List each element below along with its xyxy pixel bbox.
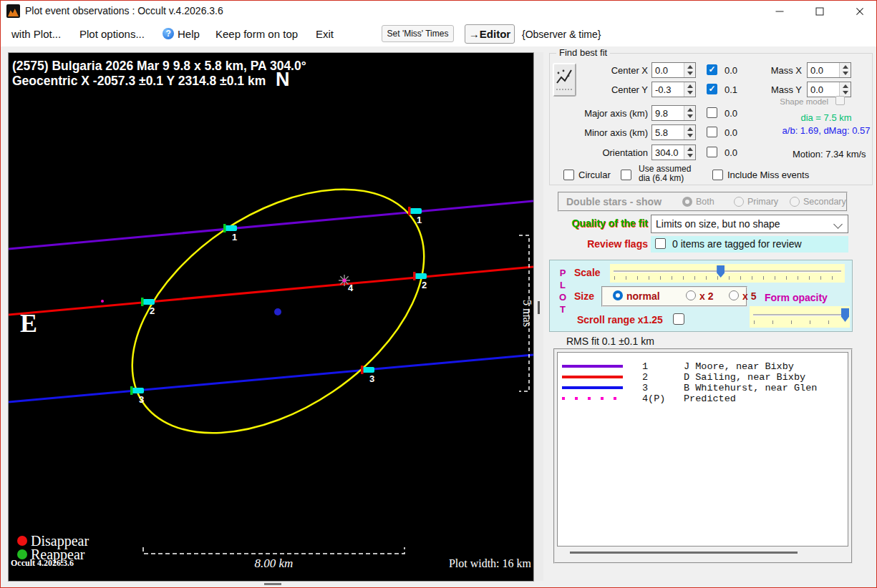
scale-slider-ticks xyxy=(614,276,840,280)
ab-dmag-text: a/b: 1.69, dMag: 0.57 xyxy=(776,125,876,136)
close-button[interactable] xyxy=(844,1,876,22)
menu-keep-on-top[interactable]: Keep form on top xyxy=(215,28,298,40)
plot-area[interactable]: 1122334(2575) Bulgaria 2026 Mar 9 9.8 x … xyxy=(8,52,534,582)
menu-with-plot[interactable]: with Plot... xyxy=(11,28,61,40)
event-marker-bar xyxy=(225,225,237,231)
plot-horizontal-scrollbar[interactable] xyxy=(8,582,533,587)
center-x-spinner[interactable] xyxy=(684,63,695,77)
opacity-slider-track xyxy=(753,314,846,316)
center-y-value: -0.3 xyxy=(655,84,671,95)
list-item[interactable]: 3 B Whitehurst, near Glen xyxy=(562,383,845,393)
include-miss-checkbox[interactable] xyxy=(712,170,723,180)
list-item[interactable]: 1 J Moore, near Bixby xyxy=(562,361,845,372)
event-marker-bar xyxy=(415,273,427,279)
orientation-fix-checkbox[interactable] xyxy=(707,147,717,157)
chord-2 xyxy=(9,267,533,315)
opacity-slider-ticks xyxy=(754,320,845,324)
reappear-tick xyxy=(223,224,226,232)
maximize-button[interactable] xyxy=(804,1,835,22)
hscroll-thumb[interactable] xyxy=(264,583,281,585)
circular-checkbox[interactable] xyxy=(563,170,574,180)
minor-axis-spinner[interactable] xyxy=(684,125,695,139)
observer-name: B Whitehurst, near Glen xyxy=(684,383,817,393)
double-stars-group: Double stars - show Both Primary Seconda… xyxy=(558,192,848,212)
event-marker-bar xyxy=(410,208,422,214)
disappear-tick xyxy=(408,207,411,215)
center-x-label: Center X xyxy=(611,65,648,76)
shape-model-label: Shape model xyxy=(780,97,828,106)
major-axis-fix-checkbox[interactable] xyxy=(707,107,717,118)
orientation-value: 304.0 xyxy=(655,147,679,158)
size-radio-group: normal x 2 x 5 xyxy=(601,286,747,307)
legend-hscroll-thumb[interactable] xyxy=(570,552,798,554)
double-stars-primary-radio xyxy=(734,197,744,207)
minor-axis-value: 5.8 xyxy=(655,127,668,138)
scale-slider-track xyxy=(614,270,841,273)
review-flags-label: Review flags xyxy=(548,238,648,250)
use-assumed-dia-checkbox[interactable] xyxy=(621,170,631,180)
mass-y-field[interactable]: 0.0 xyxy=(807,82,851,97)
center-y-field[interactable]: -0.3 xyxy=(651,82,696,97)
major-axis-field[interactable]: 9.8 xyxy=(651,105,696,121)
help-icon[interactable] xyxy=(163,28,174,39)
size-normal-radio[interactable] xyxy=(613,290,623,300)
quality-of-fit-dropdown[interactable]: Limits on size, but no shape xyxy=(651,215,848,233)
include-miss-label: Include Miss events xyxy=(727,170,809,180)
circular-label: Circular xyxy=(578,170,611,180)
set-miss-times-button[interactable]: Set 'Miss' Times xyxy=(382,25,454,42)
vscroll-thumb[interactable] xyxy=(538,301,540,314)
orientation-field[interactable]: 304.0 xyxy=(651,144,696,160)
scale-slider[interactable] xyxy=(610,264,845,283)
marker-label: 3 xyxy=(369,373,374,384)
review-flags-text: 0 items are tagged for review xyxy=(672,238,802,250)
mass-x-field[interactable]: 0.0 xyxy=(807,62,851,78)
rms-fit-label: RMS fit 0.1 ±0.1 km xyxy=(566,335,654,347)
observations-list[interactable]: 1 J Moore, near Bixby 2 D Sailing, near … xyxy=(557,352,848,547)
minor-axis-fix-checkbox[interactable] xyxy=(707,127,717,137)
editor-button[interactable]: →Editor xyxy=(465,24,515,44)
review-flags-checkbox[interactable] xyxy=(655,238,666,249)
mass-y-spinner[interactable] xyxy=(839,82,851,97)
menu-plot-options[interactable]: Plot options... xyxy=(79,28,145,40)
center-x-value: 0.0 xyxy=(655,65,668,76)
disappear-dot xyxy=(17,536,27,546)
orientation-label: Orientation xyxy=(602,147,648,158)
menu-exit[interactable]: Exit xyxy=(316,28,334,40)
center-x-fix-checkbox[interactable] xyxy=(707,64,717,75)
marker-label: 1 xyxy=(232,232,237,242)
list-item[interactable]: 4(P) Predicted xyxy=(562,393,845,404)
list-item[interactable]: 2 D Sailing, near Bixby xyxy=(562,372,845,383)
chord-2-swatch xyxy=(562,376,623,378)
event-marker-bar xyxy=(142,299,155,305)
plot-width-label: Plot width: 16 km xyxy=(449,557,532,569)
major-axis-spinner[interactable] xyxy=(684,106,695,120)
review-flags-box: 0 items are tagged for review xyxy=(651,236,848,253)
size-x2-radio[interactable] xyxy=(686,290,696,300)
center-y-fix-checkbox[interactable] xyxy=(707,84,717,94)
size-x5-radio[interactable] xyxy=(729,290,739,300)
title-bar: Plot event observations : Occult v.4.202… xyxy=(1,1,876,22)
orientation-spinner[interactable] xyxy=(684,145,695,160)
minimize-button[interactable] xyxy=(764,1,795,22)
legend-horizontal-scrollbar[interactable] xyxy=(557,548,848,558)
plot-header-line2: Geocentric X -2057.3 ±0.1 Y 2314.8 ±0.1 … xyxy=(12,74,266,88)
east-label: E xyxy=(20,309,37,338)
menu-help[interactable]: Help xyxy=(178,28,200,40)
km-scale-bar xyxy=(143,547,404,554)
mass-x-spinner[interactable] xyxy=(839,63,851,77)
major-axis-label: Major axis (km) xyxy=(584,108,648,119)
minor-axis-flag: 0.0 xyxy=(725,127,737,138)
center-y-spinner[interactable] xyxy=(684,82,695,97)
form-opacity-slider[interactable] xyxy=(750,306,850,328)
center-x-field[interactable]: 0.0 xyxy=(651,62,696,78)
minor-axis-field[interactable]: 5.8 xyxy=(651,124,696,140)
reappear-tick xyxy=(141,298,144,306)
fit-chart-button[interactable] xyxy=(553,63,576,97)
scroll-range-checkbox[interactable] xyxy=(673,313,684,325)
window-title: Plot event observations : Occult v.4.202… xyxy=(25,5,223,16)
mas-scale-label: 5 mas xyxy=(521,300,533,327)
double-stars-both-radio xyxy=(682,197,692,207)
plot-vertical-scrollbar[interactable] xyxy=(534,52,543,581)
double-stars-secondary-label: Secondary xyxy=(803,197,846,207)
observation-number: 3 xyxy=(642,383,648,393)
